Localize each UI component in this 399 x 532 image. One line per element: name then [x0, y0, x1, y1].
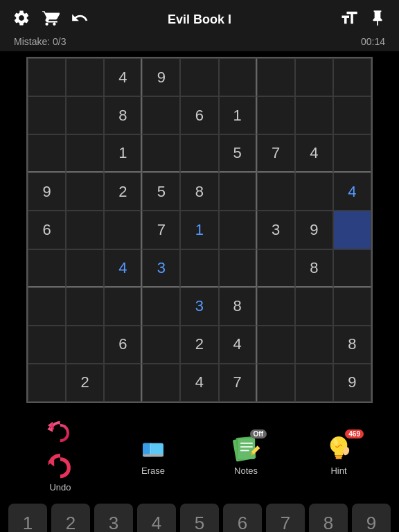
cell[interactable] — [295, 172, 333, 211]
cell[interactable]: 2 — [180, 326, 218, 364]
cell[interactable]: 3 — [142, 249, 180, 287]
cell[interactable]: 4 — [333, 172, 371, 211]
erase-tool[interactable]: Erase — [138, 432, 168, 476]
notes-tool[interactable]: Off Notes — [231, 432, 261, 476]
cell[interactable] — [66, 134, 104, 172]
undo-tool[interactable]: Undo — [45, 416, 76, 493]
cart-button[interactable] — [40, 8, 61, 31]
num-button-3[interactable]: 3 — [94, 504, 133, 532]
cell[interactable]: 8 — [333, 326, 371, 364]
cell[interactable]: 4 — [295, 134, 333, 172]
cell[interactable] — [66, 58, 104, 96]
cell[interactable] — [66, 249, 104, 287]
cell[interactable]: 4 — [219, 326, 257, 364]
cell[interactable] — [333, 58, 371, 96]
cell[interactable] — [333, 287, 371, 326]
cell[interactable] — [28, 58, 66, 96]
cell[interactable] — [257, 172, 295, 211]
cell[interactable] — [28, 287, 66, 326]
cell[interactable]: 9 — [295, 211, 333, 249]
cell[interactable] — [104, 364, 142, 402]
cell[interactable] — [257, 326, 295, 364]
cell[interactable] — [257, 287, 295, 326]
cell[interactable] — [257, 96, 295, 134]
cell[interactable] — [295, 287, 333, 326]
cell[interactable]: 2 — [66, 364, 104, 402]
cell[interactable] — [295, 96, 333, 134]
cell[interactable] — [142, 326, 180, 364]
cell[interactable]: 1 — [219, 96, 257, 134]
cell[interactable]: 9 — [333, 364, 371, 402]
cell[interactable]: 4 — [104, 249, 142, 287]
pin-button[interactable] — [367, 8, 388, 31]
cell[interactable]: 6 — [180, 96, 218, 134]
cell[interactable] — [219, 58, 257, 96]
num-button-8[interactable]: 8 — [309, 504, 348, 532]
settings-button[interactable] — [11, 8, 32, 31]
cell[interactable] — [257, 249, 295, 287]
cell[interactable]: 9 — [142, 58, 180, 96]
cell[interactable]: 9 — [28, 172, 66, 211]
cell[interactable] — [28, 96, 66, 134]
cell[interactable] — [66, 172, 104, 211]
font-button[interactable] — [338, 7, 360, 32]
cell[interactable] — [28, 364, 66, 402]
cell[interactable] — [66, 96, 104, 134]
num-button-5[interactable]: 5 — [180, 504, 219, 532]
cell[interactable] — [142, 287, 180, 326]
sudoku-grid[interactable]: 49861157492584671394383862482479 — [26, 57, 373, 403]
cell[interactable] — [28, 326, 66, 364]
cell[interactable] — [295, 326, 333, 364]
cell[interactable] — [180, 58, 218, 96]
cell[interactable] — [219, 249, 257, 287]
num-button-9[interactable]: 9 — [352, 504, 391, 532]
cell[interactable] — [333, 134, 371, 172]
num-button-1[interactable]: 1 — [8, 504, 47, 532]
num-button-4[interactable]: 4 — [137, 504, 176, 532]
cell[interactable] — [333, 96, 371, 134]
cell[interactable]: 6 — [104, 326, 142, 364]
cell[interactable] — [66, 326, 104, 364]
cell[interactable] — [104, 287, 142, 326]
cell[interactable]: 8 — [219, 287, 257, 326]
cell[interactable] — [219, 172, 257, 211]
cell[interactable] — [142, 364, 180, 402]
cell[interactable]: 8 — [295, 249, 333, 287]
cell[interactable]: 4 — [180, 364, 218, 402]
cell[interactable]: 5 — [219, 134, 257, 172]
cell[interactable] — [180, 134, 218, 172]
cell[interactable] — [333, 211, 371, 249]
num-button-7[interactable]: 7 — [266, 504, 305, 532]
cell[interactable]: 7 — [142, 211, 180, 249]
cell[interactable]: 4 — [104, 58, 142, 96]
cell[interactable]: 7 — [257, 134, 295, 172]
cell[interactable] — [104, 211, 142, 249]
num-button-2[interactable]: 2 — [51, 504, 90, 532]
cell[interactable]: 8 — [104, 96, 142, 134]
cell[interactable] — [66, 211, 104, 249]
cell[interactable] — [66, 287, 104, 326]
num-button-6[interactable]: 6 — [223, 504, 262, 532]
cell[interactable] — [257, 58, 295, 96]
cell[interactable] — [142, 96, 180, 134]
back-button[interactable] — [69, 8, 90, 31]
cell[interactable] — [295, 364, 333, 402]
cell[interactable]: 3 — [180, 287, 218, 326]
cell[interactable] — [142, 134, 180, 172]
hint-tool[interactable]: 469 Hint — [323, 432, 354, 476]
cell[interactable] — [28, 249, 66, 287]
cell[interactable] — [219, 211, 257, 249]
cell[interactable]: 5 — [142, 172, 180, 211]
cell[interactable]: 2 — [104, 172, 142, 211]
cell[interactable]: 6 — [28, 211, 66, 249]
cell[interactable]: 1 — [180, 211, 218, 249]
cell[interactable] — [295, 58, 333, 96]
cell[interactable] — [180, 249, 218, 287]
cell[interactable] — [333, 249, 371, 287]
cell[interactable]: 1 — [104, 134, 142, 172]
cell[interactable] — [257, 364, 295, 402]
cell[interactable]: 8 — [180, 172, 218, 211]
cell[interactable] — [28, 134, 66, 172]
cell[interactable]: 3 — [257, 211, 295, 249]
cell[interactable]: 7 — [219, 364, 257, 402]
